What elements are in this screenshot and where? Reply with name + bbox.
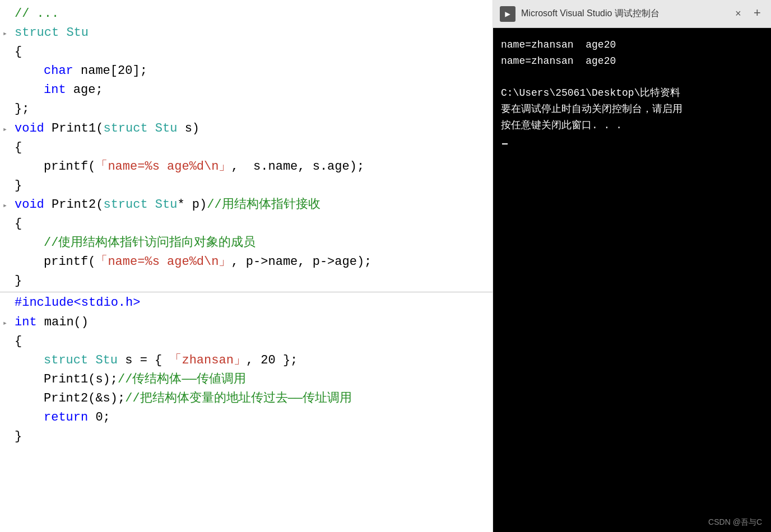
code-line: Print2(&s);//把结构体变量的地址传过去——传址调用 <box>0 389 493 408</box>
code-text: { <box>10 43 22 62</box>
code-line: char name[20]; <box>0 62 493 81</box>
terminal-titlebar: ▶ Microsoft Visual Studio 调试控制台 × + <box>493 0 771 28</box>
code-line: } <box>0 427 493 446</box>
terminal-close-button[interactable]: × <box>732 7 745 21</box>
line-gutter: ▸ <box>0 200 10 212</box>
terminal-output-line: 要在调试停止时自动关闭控制台，请启用 <box>501 101 763 118</box>
code-text: } <box>10 272 22 291</box>
terminal-output-line <box>501 69 763 86</box>
code-text: char name[20]; <box>10 62 147 81</box>
line-gutter: ▸ <box>0 28 10 40</box>
code-line: }; <box>0 100 493 119</box>
code-text: } <box>10 427 22 446</box>
terminal-output-line: 按任意键关闭此窗口. . . <box>501 118 763 134</box>
code-text: { <box>10 332 22 351</box>
code-text: return 0; <box>10 408 110 427</box>
terminal-title: Microsoft Visual Studio 调试控制台 <box>521 8 726 20</box>
code-text: }; <box>10 100 29 119</box>
code-text: struct Stu s = { 「zhansan」, 20 }; <box>10 351 298 370</box>
code-line: { <box>0 43 493 62</box>
terminal-cursor <box>502 143 508 144</box>
code-line: ▸struct Stu <box>0 24 493 43</box>
terminal-panel: ▶ Microsoft Visual Studio 调试控制台 × + name… <box>493 0 771 532</box>
terminal-icon-symbol: ▶ <box>505 8 510 20</box>
code-line: } <box>0 272 493 291</box>
code-text: { <box>10 138 22 157</box>
code-line: ▸int main() <box>0 313 493 332</box>
code-line: struct Stu s = { 「zhansan」, 20 }; <box>0 351 493 370</box>
line-gutter: ▸ <box>0 124 10 136</box>
code-text: // ... <box>10 4 59 24</box>
code-text: struct Stu <box>10 24 89 43</box>
code-text: void Print1(struct Stu s) <box>10 119 199 138</box>
code-text: printf(「name=%s age%d\n」, s.name, s.age)… <box>10 157 364 176</box>
code-text: void Print2(struct Stu* p)//用结构体指针接收 <box>10 195 321 214</box>
code-line: ▸void Print2(struct Stu* p)//用结构体指针接收 <box>0 195 493 214</box>
code-line: int age; <box>0 81 493 100</box>
code-line: printf(「name=%s age%d\n」, p->name, p->ag… <box>0 253 493 272</box>
code-line: ▸void Print1(struct Stu s) <box>0 119 493 138</box>
terminal-output-line: name=zhansan age20 <box>501 37 763 53</box>
code-line: { <box>0 214 493 234</box>
terminal-body: name=zhansan age20name=zhansan age20 C:\… <box>493 28 771 532</box>
code-line: Print1(s);//传结构体——传値调用 <box>0 370 493 389</box>
code-text: int main() <box>10 313 89 332</box>
code-text: #include<stdio.h> <box>10 293 140 312</box>
code-line: { <box>0 332 493 351</box>
code-text: Print2(&s);//把结构体变量的地址传过去——传址调用 <box>10 389 352 408</box>
terminal-output-line: name=zhansan age20 <box>501 53 763 69</box>
code-line: printf(「name=%s age%d\n」, s.name, s.age)… <box>0 157 493 176</box>
code-line: { <box>0 138 493 157</box>
code-text: { <box>10 214 22 234</box>
code-editor: // ...▸struct Stu{char name[20];int age;… <box>0 0 493 532</box>
code-text: } <box>10 176 22 195</box>
watermark: CSDN @吾与C <box>708 517 762 528</box>
code-text: //使用结构体指针访问指向对象的成员 <box>10 234 256 253</box>
code-line: } <box>0 176 493 195</box>
code-content: // ...▸struct Stu{char name[20];int age;… <box>0 0 493 451</box>
code-line: return 0; <box>0 408 493 427</box>
terminal-icon: ▶ <box>500 6 515 22</box>
code-line: //使用结构体指针访问指向对象的成员 <box>0 234 493 253</box>
code-line: #include<stdio.h> <box>0 293 493 312</box>
code-text: printf(「name=%s age%d\n」, p->name, p->ag… <box>10 253 371 272</box>
terminal-add-button[interactable]: + <box>750 6 764 22</box>
code-separator <box>0 292 493 292</box>
code-line: // ... <box>0 4 493 24</box>
terminal-output-line: C:\Users\25061\Desktop\比特资料 <box>501 85 763 101</box>
code-text: int age; <box>10 81 103 100</box>
code-text: Print1(s);//传结构体——传値调用 <box>10 370 246 389</box>
line-gutter: ▸ <box>0 318 10 330</box>
terminal-cursor-line <box>501 134 763 150</box>
